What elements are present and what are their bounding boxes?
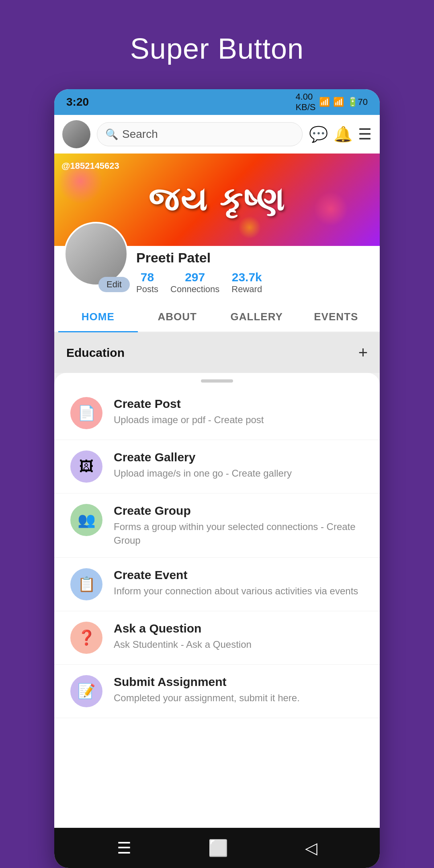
- create-event-icon: 📋: [70, 568, 102, 600]
- create-gallery-desc: Upload image/s in one go - Create galler…: [114, 467, 364, 480]
- search-icon: 🔍: [105, 128, 118, 141]
- wifi-icon: 📶: [319, 97, 330, 107]
- tab-gallery[interactable]: GALLERY: [217, 303, 297, 332]
- tab-about[interactable]: ABOUT: [138, 303, 217, 332]
- submit-assignment-text: Submit Assignment Completed your assignm…: [114, 675, 364, 705]
- add-education-icon[interactable]: +: [358, 344, 368, 362]
- submit-assignment-desc: Completed your assignment, submit it her…: [114, 691, 364, 705]
- submit-assignment-icon: 📝: [70, 675, 102, 707]
- reward-value: 23.7k: [231, 270, 262, 284]
- create-gallery-title: Create Gallery: [114, 450, 364, 464]
- edit-button[interactable]: Edit: [98, 277, 130, 292]
- bottom-menu-icon[interactable]: ☰: [117, 839, 131, 857]
- signal-icon: 📶: [333, 97, 344, 107]
- connections-value: 297: [170, 270, 219, 284]
- education-label: Education: [66, 346, 125, 360]
- tab-home[interactable]: HOME: [58, 303, 138, 332]
- nav-avatar[interactable]: [62, 120, 90, 148]
- menu-icon[interactable]: ☰: [358, 125, 372, 143]
- search-label: Search: [122, 128, 158, 141]
- phone-frame: 3:20 4.00KB/S 📶 📶 🔋70 🔍 Search 💬 🔔 ☰ @18…: [54, 89, 380, 868]
- battery-icon: 🔋70: [347, 97, 368, 107]
- profile-tabs: HOME ABOUT GALLERY EVENTS: [54, 303, 380, 332]
- status-time: 3:20: [66, 96, 89, 108]
- stat-posts: 78 Posts: [136, 270, 158, 295]
- reward-label: Reward: [231, 284, 262, 295]
- create-post-desc: Uploads image or pdf - Create post: [114, 413, 364, 427]
- menu-item-submit-assignment[interactable]: 📝 Submit Assignment Completed your assig…: [54, 665, 380, 718]
- menu-item-create-event[interactable]: 📋 Create Event Inform your connection ab…: [54, 558, 380, 611]
- create-post-text: Create Post Uploads image or pdf - Creat…: [114, 397, 364, 427]
- profile-section: Edit Preeti Patel 78 Posts 297 Connectio…: [54, 246, 380, 303]
- menu-item-ask-question[interactable]: ❓ Ask a Question Ask Studentink - Ask a …: [54, 611, 380, 665]
- profile-name: Preeti Patel: [136, 250, 370, 266]
- create-event-text: Create Event Inform your connection abou…: [114, 568, 364, 598]
- menu-item-create-group[interactable]: 👥 Create Group Forms a group within your…: [54, 493, 380, 558]
- stat-connections: 297 Connections: [170, 270, 219, 295]
- education-row: Education +: [54, 332, 380, 373]
- nav-icons: 💬 🔔 ☰: [309, 125, 372, 143]
- banner-handle: @1852145623: [61, 161, 119, 171]
- profile-info: Preeti Patel 78 Posts 297 Connections 23…: [128, 246, 370, 295]
- message-icon[interactable]: 💬: [309, 125, 328, 143]
- search-bar[interactable]: 🔍 Search: [97, 122, 303, 146]
- posts-label: Posts: [136, 284, 158, 295]
- create-group-icon: 👥: [70, 504, 102, 536]
- submit-assignment-title: Submit Assignment: [114, 675, 364, 689]
- notification-icon[interactable]: 🔔: [334, 125, 352, 143]
- stat-reward: 23.7k Reward: [231, 270, 262, 295]
- create-group-text: Create Group Forms a group within your s…: [114, 504, 364, 547]
- ask-question-desc: Ask Studentink - Ask a Question: [114, 638, 364, 651]
- profile-stats: 78 Posts 297 Connections 23.7k Reward: [136, 270, 370, 295]
- status-icons: 4.00KB/S 📶 📶 🔋70: [295, 92, 368, 113]
- create-post-icon: 📄: [70, 397, 102, 429]
- ask-question-title: Ask a Question: [114, 622, 364, 635]
- tab-events[interactable]: EVENTS: [297, 303, 376, 332]
- connections-label: Connections: [170, 284, 219, 295]
- page-title: Super Button: [130, 32, 304, 65]
- bottom-sheet: 📄 Create Post Uploads image or pdf - Cre…: [54, 373, 380, 828]
- menu-item-create-post[interactable]: 📄 Create Post Uploads image or pdf - Cre…: [54, 387, 380, 440]
- create-event-desc: Inform your connection about various act…: [114, 584, 364, 598]
- ask-question-text: Ask a Question Ask Studentink - Ask a Qu…: [114, 622, 364, 651]
- bottom-back-icon[interactable]: ◁: [305, 839, 317, 857]
- sheet-handle: [201, 379, 233, 383]
- status-bar: 3:20 4.00KB/S 📶 📶 🔋70: [54, 89, 380, 115]
- create-event-title: Create Event: [114, 568, 364, 582]
- ask-question-icon: ❓: [70, 622, 102, 654]
- menu-item-create-gallery[interactable]: 🖼 Create Gallery Upload image/s in one g…: [54, 440, 380, 493]
- posts-value: 78: [136, 270, 158, 284]
- bottom-home-icon[interactable]: ⬜: [208, 839, 228, 858]
- create-post-title: Create Post: [114, 397, 364, 411]
- top-nav: 🔍 Search 💬 🔔 ☰: [54, 115, 380, 154]
- create-gallery-text: Create Gallery Upload image/s in one go …: [114, 450, 364, 480]
- create-gallery-icon: 🖼: [70, 450, 102, 483]
- network-speed: 4.00KB/S: [295, 92, 315, 113]
- create-group-title: Create Group: [114, 504, 364, 518]
- bottom-nav: ☰ ⬜ ◁: [54, 828, 380, 868]
- profile-avatar[interactable]: [64, 222, 128, 286]
- create-group-desc: Forms a group within your selected conne…: [114, 520, 364, 547]
